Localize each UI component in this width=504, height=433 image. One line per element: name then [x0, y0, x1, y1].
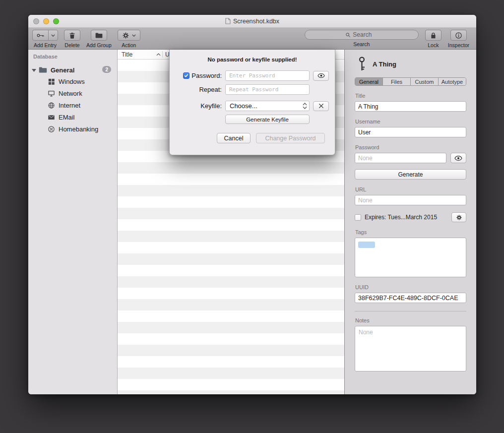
tab-files[interactable]: Files	[383, 78, 411, 85]
folder-icon	[95, 32, 103, 39]
expires-label: Expires: Tues...March 2015	[365, 214, 448, 221]
add-entry-dropdown[interactable]	[48, 30, 58, 40]
sidebar-item-windows[interactable]: Windows	[28, 75, 117, 87]
sidebar-item-homebanking[interactable]: Homebanking	[28, 123, 117, 135]
reveal-password-button[interactable]	[313, 71, 329, 81]
reveal-password-button[interactable]	[450, 153, 466, 163]
toolbar: Add Entry Delete Add Group	[28, 28, 476, 50]
password-row	[355, 153, 466, 163]
close-x-icon	[318, 103, 324, 109]
url-field[interactable]	[355, 195, 466, 205]
add-group-label: Add Group	[86, 42, 112, 48]
add-group-button[interactable]	[91, 30, 107, 41]
tab-general[interactable]: General	[355, 78, 383, 85]
sidebar-item-label: Internet	[59, 102, 80, 109]
new-password-input[interactable]	[225, 70, 310, 81]
inspector-label: Inspector	[448, 42, 469, 48]
generate-keyfile-button[interactable]: Generate Keyfile	[225, 115, 310, 124]
entry-count-badge: 2	[102, 66, 111, 73]
lock-button[interactable]	[425, 30, 441, 41]
sidebar-item-label: Homebanking	[59, 125, 98, 133]
clear-keyfile-button[interactable]	[313, 101, 329, 111]
sidebar-item-network[interactable]: Network	[28, 87, 117, 99]
generate-password-button[interactable]: Generate	[355, 169, 466, 180]
sidebar-group-general[interactable]: General 2	[28, 64, 117, 75]
toolbar-item-add-entry: Add Entry	[32, 30, 58, 48]
sheet-actions: Cancel Change Password	[180, 133, 325, 143]
stepper-chevrons-icon	[303, 102, 307, 110]
gear-icon	[122, 32, 129, 39]
notes-label: Notes	[355, 317, 466, 323]
inspector-divider	[355, 311, 466, 311]
keyfile-popup-button[interactable]: Choose...	[225, 101, 310, 111]
action-button[interactable]	[118, 30, 140, 41]
search-field[interactable]	[305, 30, 419, 40]
sidebar-item-label: Network	[59, 90, 82, 97]
sheet-password-row: Password:	[180, 70, 325, 81]
chevron-down-icon	[132, 34, 136, 37]
minimize-button[interactable]	[43, 18, 49, 24]
sidebar-item-email[interactable]: EMail	[28, 111, 117, 123]
sheet-keyfile-row: Keyfile: Choose...	[180, 101, 325, 111]
notes-field[interactable]: None	[355, 326, 466, 371]
trash-icon	[68, 32, 76, 39]
column-title-label: Title	[122, 51, 132, 58]
action-label: Action	[122, 42, 136, 48]
toolbar-item-lock: Lock	[425, 30, 441, 48]
change-password-sheet: No password or keyfile supplied! Passwor…	[169, 50, 335, 155]
toolbar-right-group: Search Lock Inspector	[305, 30, 469, 48]
repeat-password-input[interactable]	[225, 84, 310, 95]
change-password-button[interactable]: Change Password	[256, 133, 325, 143]
add-entry-button[interactable]	[32, 30, 58, 41]
gear-icon	[456, 214, 462, 221]
lock-icon	[430, 32, 437, 39]
add-entry-label: Add Entry	[34, 42, 57, 48]
sheet-repeat-label: Repeat:	[180, 86, 222, 93]
username-field[interactable]	[355, 127, 466, 137]
envelope-icon	[48, 114, 55, 121]
sidebar-item-label: EMail	[59, 114, 75, 121]
sidebar-group-label: General	[51, 66, 74, 74]
column-header-title[interactable]: Title	[118, 51, 162, 58]
tag-chip[interactable]	[358, 242, 375, 248]
sheet-repeat-row: Repeat:	[180, 84, 325, 95]
eye-icon	[317, 73, 325, 78]
uuid-field[interactable]	[355, 293, 466, 303]
check-icon	[184, 73, 189, 78]
search-input[interactable]	[353, 31, 378, 38]
tags-box[interactable]	[355, 238, 466, 277]
zoom-button[interactable]	[53, 18, 59, 24]
title-bar: Screenshot.kdbx	[28, 15, 476, 28]
toolbar-item-add-group: Add Group	[86, 30, 112, 48]
folder-icon	[39, 66, 47, 73]
percent-icon	[48, 125, 55, 133]
search-icon	[345, 32, 351, 38]
disclosure-triangle-icon[interactable]	[32, 68, 36, 72]
toolbar-item-action: Action	[118, 30, 140, 48]
password-field-label: Password	[355, 144, 466, 150]
inspector-tabs: General Files Custom Autotype	[355, 77, 466, 86]
sheet-keyfile-label: Keyfile:	[180, 102, 222, 110]
delete-button[interactable]	[64, 30, 80, 41]
cancel-button[interactable]: Cancel	[217, 133, 251, 143]
sidebar-section-header: Database	[28, 53, 117, 62]
globe-icon	[48, 102, 55, 109]
eye-icon	[454, 155, 462, 161]
tab-autotype[interactable]: Autotype	[439, 78, 466, 85]
sidebar-item-internet[interactable]: Internet	[28, 99, 117, 111]
password-field[interactable]	[355, 153, 446, 163]
close-button[interactable]	[33, 18, 39, 24]
inspector-button[interactable]	[450, 30, 467, 41]
url-field-label: URL	[355, 186, 466, 192]
expires-settings-button[interactable]	[451, 212, 466, 222]
notes-placeholder: None	[359, 329, 373, 336]
expires-checkbox[interactable]	[355, 214, 361, 221]
password-checkbox[interactable]	[183, 72, 189, 79]
column-header-username[interactable]: U	[163, 51, 170, 58]
password-checkbox-cell: Password:	[180, 72, 222, 79]
inspector-panel: A Thing General Files Custom Autotype Ti…	[345, 50, 476, 394]
traffic-lights	[33, 18, 59, 24]
tab-custom[interactable]: Custom	[411, 78, 439, 85]
toolbar-item-inspector: Inspector	[448, 30, 469, 48]
title-field[interactable]	[355, 101, 466, 112]
